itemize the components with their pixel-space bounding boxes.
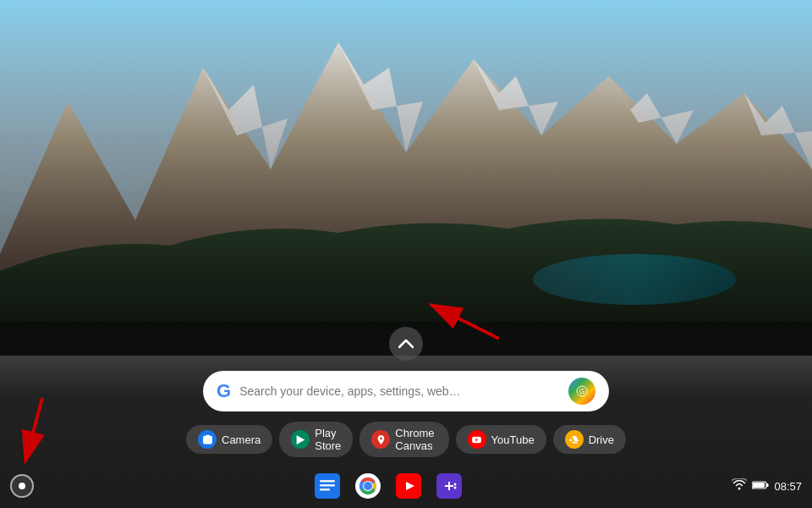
app-chip-chrome-canvas[interactable]: Chrome Canvas: [359, 422, 448, 457]
drive-icon: [565, 430, 584, 449]
svg-rect-31: [753, 483, 765, 488]
camera-icon: [198, 430, 217, 449]
google-assistant-button[interactable]: G: [568, 378, 595, 405]
taskbar-app-game[interactable]: [431, 467, 468, 505]
launcher-chevron-button[interactable]: [389, 327, 423, 361]
taskbar-app-youtube[interactable]: [390, 467, 427, 505]
chrome-canvas-icon: [371, 430, 390, 449]
svg-text:G: G: [579, 387, 585, 395]
svg-rect-17: [320, 484, 335, 487]
svg-point-28: [453, 483, 456, 486]
launcher-button-dot: [19, 483, 25, 489]
battery-icon: [752, 480, 769, 493]
app-chip-camera[interactable]: Camera: [186, 425, 272, 454]
taskbar-app-files[interactable]: [309, 467, 346, 505]
launcher-area: G Search your device, apps, settings, we…: [186, 327, 626, 457]
app-chip-chrome-canvas-label: Chrome Canvas: [395, 427, 436, 452]
time-display[interactable]: 08:57: [774, 480, 802, 493]
search-bar[interactable]: G Search your device, apps, settings, we…: [203, 371, 609, 411]
app-chip-drive[interactable]: Drive: [553, 425, 626, 454]
svg-point-29: [453, 487, 456, 489]
app-chip-playstore[interactable]: Play Store: [279, 422, 353, 457]
svg-rect-16: [320, 480, 335, 483]
app-chip-camera-label: Camera: [222, 433, 261, 446]
google-logo: G: [217, 380, 231, 402]
launcher-button-circle: [10, 474, 34, 498]
taskbar-apps: [44, 467, 732, 505]
app-chip-drive-label: Drive: [589, 433, 614, 446]
taskbar: 08:57: [0, 464, 812, 508]
app-chip-youtube-label: YouTube: [491, 433, 535, 446]
search-placeholder: Search your device, apps, settings, web…: [239, 384, 560, 398]
launcher-button[interactable]: [0, 464, 44, 508]
app-suggestions-row: Camera Play Store Chrome Canvas: [186, 422, 626, 457]
system-tray: 08:57: [732, 478, 812, 494]
mountain-background: [0, 0, 812, 356]
svg-rect-18: [320, 489, 330, 491]
playstore-icon: [291, 430, 310, 449]
svg-rect-32: [766, 483, 769, 487]
youtube-icon: [468, 430, 486, 449]
svg-rect-8: [0, 0, 812, 356]
wifi-icon: [732, 478, 747, 494]
taskbar-app-chrome[interactable]: [349, 467, 387, 505]
svg-point-22: [364, 482, 372, 490]
app-chip-playstore-label: Play Store: [315, 427, 341, 452]
app-chip-youtube[interactable]: YouTube: [456, 425, 546, 454]
